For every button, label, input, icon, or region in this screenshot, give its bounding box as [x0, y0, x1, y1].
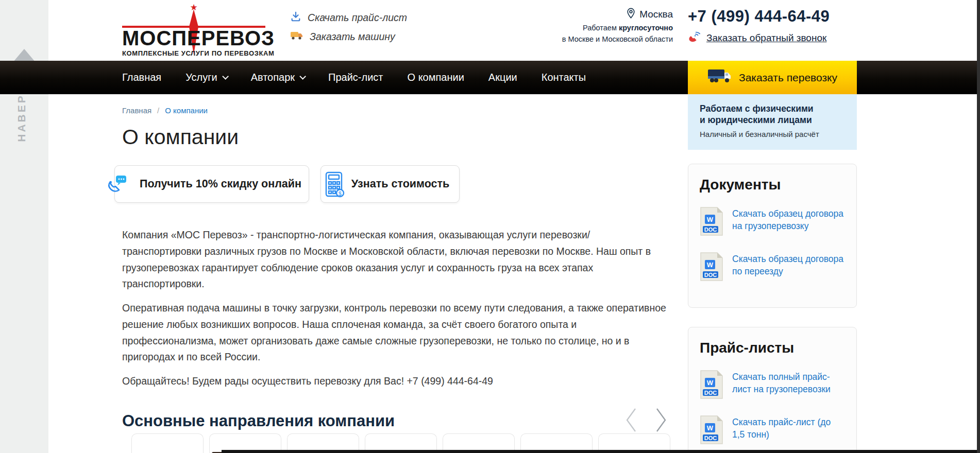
carousel-next-icon[interactable] — [655, 407, 668, 435]
callback-label: Заказать обратный звонок — [706, 32, 826, 44]
documents-panel: Документы W DOC Скачать образец договора… — [688, 164, 857, 308]
documents-title: Документы — [700, 177, 845, 193]
scrollbar-edge[interactable] — [977, 0, 980, 453]
city-label: Москва — [639, 9, 673, 20]
phone-chat-icon — [104, 171, 130, 200]
phone-number[interactable]: +7 (499) 444-64-49 — [688, 7, 863, 26]
svg-text:W: W — [707, 216, 714, 223]
callback-link[interactable]: Заказать обратный звонок — [688, 30, 863, 45]
info-line2: и юридическими лицами — [700, 114, 857, 126]
svg-text:DOC: DOC — [704, 272, 717, 278]
pricelists-panel: Прайс-листы W DOC Скачать полный прайс-л… — [688, 327, 857, 453]
order-truck-label: Заказать машину — [310, 31, 395, 43]
cost-button-label: Узнать стоимость — [351, 178, 449, 190]
doc-link-label: Скачать образец договора на грузоперевоз… — [732, 206, 845, 232]
doc-link-contract-moving[interactable]: W DOC Скачать образец договора по переез… — [700, 252, 845, 284]
svg-text:W: W — [707, 261, 714, 269]
pricelist-link-light[interactable]: W DOC Скачать прайс-лист (до 1,5 тонн) — [700, 415, 845, 447]
location-pin-icon — [627, 8, 635, 21]
breadcrumb-current[interactable]: О компании — [165, 106, 208, 115]
doc-link-contract-cargo[interactable]: W DOC Скачать образец договора на грузоп… — [700, 206, 845, 238]
chevron-down-icon — [299, 73, 306, 80]
nav-item-about[interactable]: О компании — [408, 72, 464, 83]
pricelist-link-full[interactable]: W DOC Скачать полный прайс-лист на грузо… — [700, 370, 845, 402]
download-pricelist-link[interactable]: Скачать прайс-лист — [290, 11, 407, 25]
breadcrumb-separator: / — [157, 106, 159, 115]
nav-item-home[interactable]: Главная — [122, 72, 161, 83]
doc-file-icon: W DOC — [700, 206, 723, 238]
doc-file-icon: W DOC — [700, 370, 723, 402]
page: НАВЕРХ ★ МОС ПЕРЕВОЗ КОМПЛЕКСНЫЕ УСЛУГИ … — [0, 0, 980, 453]
city-selector[interactable]: Москва — [627, 8, 673, 21]
pricelists-title: Прайс-листы — [700, 340, 845, 356]
svg-text:DOC: DOC — [704, 390, 717, 396]
nav-item-services[interactable]: Услуги — [185, 72, 227, 83]
nav-item-pricelist[interactable]: Прайс-лист — [328, 72, 383, 83]
download-icon — [290, 11, 301, 25]
doc-file-icon: W DOC — [700, 252, 723, 284]
svg-text:W: W — [707, 424, 714, 432]
cost-button[interactable]: $ Узнать стоимость — [320, 165, 460, 203]
paragraph-1: Компания «МОС Перевоз» - транспортно-лог… — [122, 227, 669, 292]
pricelist-link-label: Скачать полный прайс-лист на грузоперево… — [732, 370, 845, 395]
breadcrumb-home[interactable]: Главная — [122, 106, 151, 115]
nav-item-promos[interactable]: Акции — [488, 72, 517, 83]
carousel-prev-icon[interactable] — [624, 407, 637, 435]
page-title: О компании — [122, 125, 239, 149]
logo-subtitle: КОМПЛЕКСНЫЕ УСЛУГИ ПО ПЕРЕВОЗКАМ — [122, 49, 265, 57]
download-pricelist-label: Скачать прайс-лист — [308, 12, 407, 24]
svg-text:DOC: DOC — [704, 435, 717, 441]
callback-phone-icon — [688, 30, 701, 45]
truck-icon — [290, 30, 303, 43]
doc-link-label: Скачать образец договора по переезду — [732, 252, 845, 277]
worktime-line2: в Москве и Московской области — [545, 34, 673, 44]
svg-text:$: $ — [339, 190, 342, 197]
calculator-icon: $ — [324, 170, 346, 201]
clients-info-box: Работаем с физическими и юридическими ли… — [688, 94, 857, 150]
pricelist-link-label: Скачать прайс-лист (до 1,5 тонн) — [732, 415, 845, 441]
about-text: Компания «МОС Перевоз» - транспортно-лог… — [122, 227, 669, 397]
info-line3: Наличный и безналичный расчёт — [700, 130, 857, 138]
info-line1: Работаем с физическими — [700, 103, 857, 114]
discount-button[interactable]: Получить 10% скидку онлайн — [114, 165, 309, 203]
main-nav: Главная Услуги Автопарк Прайс-лист О ком… — [0, 61, 980, 94]
logo[interactable]: ★ МОС ПЕРЕВОЗ КОМПЛЕКСНЫЕ УСЛУГИ ПО ПЕРЕ… — [122, 3, 265, 58]
paragraph-2: Оперативная подача машины в точку загруз… — [122, 300, 669, 365]
truck-cta-icon — [707, 68, 731, 86]
order-transport-label: Заказать перевозку — [739, 72, 837, 84]
doc-file-icon: W DOC — [700, 415, 723, 447]
order-truck-link[interactable]: Заказать машину — [290, 30, 407, 43]
chevron-down-icon — [222, 73, 229, 80]
paragraph-3: Обращайтесь! Будем рады осуществить пере… — [122, 373, 669, 390]
carousel-card-pallet-cargo[interactable] — [131, 433, 204, 453]
bottom-edge-strip — [222, 450, 980, 453]
order-transport-button[interactable]: Заказать перевозку — [688, 61, 857, 94]
discount-button-label: Получить 10% скидку онлайн — [140, 178, 301, 190]
nav-item-fleet[interactable]: Автопарк — [251, 72, 304, 83]
nav-item-contacts[interactable]: Контакты — [542, 72, 586, 83]
svg-text:DOC: DOC — [704, 226, 717, 233]
section-title: Основные направления компании — [122, 412, 395, 430]
logo-text-mos: МОС — [122, 27, 172, 49]
worktime-line1: Работаем круглосуточно — [545, 23, 673, 32]
svg-text:W: W — [707, 379, 714, 387]
logo-text-perevoz: ПЕРЕВОЗ — [172, 27, 275, 49]
breadcrumb: Главная / О компании — [122, 106, 208, 115]
